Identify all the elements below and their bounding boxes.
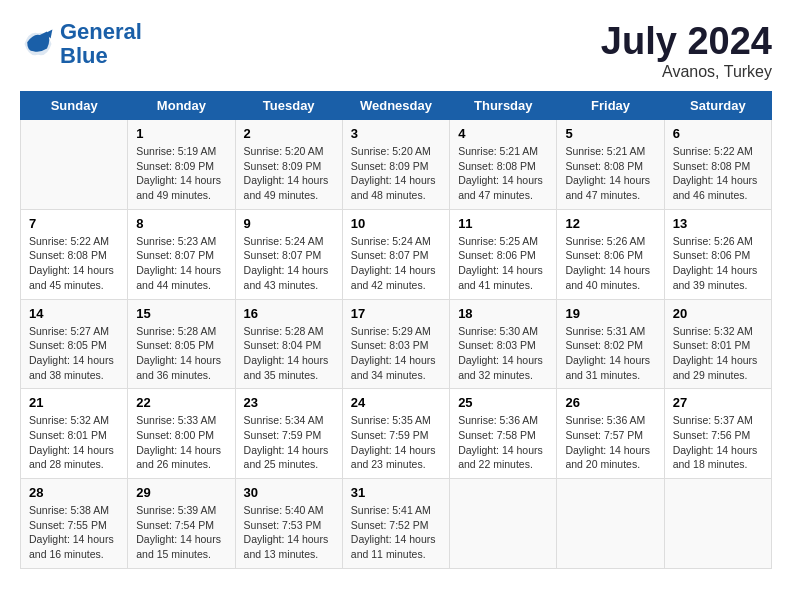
logo-icon	[20, 26, 56, 62]
calendar-cell	[664, 479, 771, 569]
calendar-cell: 7Sunrise: 5:22 AMSunset: 8:08 PMDaylight…	[21, 209, 128, 299]
cell-content: Sunrise: 5:34 AMSunset: 7:59 PMDaylight:…	[244, 413, 334, 472]
cell-content: Sunrise: 5:21 AMSunset: 8:08 PMDaylight:…	[458, 144, 548, 203]
cell-content: Sunrise: 5:22 AMSunset: 8:08 PMDaylight:…	[29, 234, 119, 293]
cell-content: Sunrise: 5:37 AMSunset: 7:56 PMDaylight:…	[673, 413, 763, 472]
cell-content: Sunrise: 5:21 AMSunset: 8:08 PMDaylight:…	[565, 144, 655, 203]
day-number: 28	[29, 485, 119, 500]
calendar-cell: 21Sunrise: 5:32 AMSunset: 8:01 PMDayligh…	[21, 389, 128, 479]
cell-content: Sunrise: 5:32 AMSunset: 8:01 PMDaylight:…	[673, 324, 763, 383]
calendar-cell: 2Sunrise: 5:20 AMSunset: 8:09 PMDaylight…	[235, 120, 342, 210]
day-number: 15	[136, 306, 226, 321]
cell-content: Sunrise: 5:30 AMSunset: 8:03 PMDaylight:…	[458, 324, 548, 383]
calendar-cell	[450, 479, 557, 569]
calendar-cell: 13Sunrise: 5:26 AMSunset: 8:06 PMDayligh…	[664, 209, 771, 299]
day-number: 25	[458, 395, 548, 410]
logo: General Blue	[20, 20, 142, 68]
day-number: 23	[244, 395, 334, 410]
logo-text: General Blue	[60, 20, 142, 68]
cell-content: Sunrise: 5:29 AMSunset: 8:03 PMDaylight:…	[351, 324, 441, 383]
calendar-cell: 1Sunrise: 5:19 AMSunset: 8:09 PMDaylight…	[128, 120, 235, 210]
calendar-cell: 27Sunrise: 5:37 AMSunset: 7:56 PMDayligh…	[664, 389, 771, 479]
cell-content: Sunrise: 5:28 AMSunset: 8:05 PMDaylight:…	[136, 324, 226, 383]
title-block: July 2024 Avanos, Turkey	[601, 20, 772, 81]
calendar-cell: 25Sunrise: 5:36 AMSunset: 7:58 PMDayligh…	[450, 389, 557, 479]
calendar-cell: 16Sunrise: 5:28 AMSunset: 8:04 PMDayligh…	[235, 299, 342, 389]
logo-line1: General	[60, 19, 142, 44]
subtitle: Avanos, Turkey	[601, 63, 772, 81]
calendar-cell: 30Sunrise: 5:40 AMSunset: 7:53 PMDayligh…	[235, 479, 342, 569]
column-header-saturday: Saturday	[664, 92, 771, 120]
day-number: 2	[244, 126, 334, 141]
calendar-cell	[21, 120, 128, 210]
page-header: General Blue July 2024 Avanos, Turkey	[20, 20, 772, 81]
calendar-cell: 29Sunrise: 5:39 AMSunset: 7:54 PMDayligh…	[128, 479, 235, 569]
day-number: 13	[673, 216, 763, 231]
day-number: 24	[351, 395, 441, 410]
calendar-cell	[557, 479, 664, 569]
column-header-tuesday: Tuesday	[235, 92, 342, 120]
week-row-5: 28Sunrise: 5:38 AMSunset: 7:55 PMDayligh…	[21, 479, 772, 569]
calendar-cell: 19Sunrise: 5:31 AMSunset: 8:02 PMDayligh…	[557, 299, 664, 389]
cell-content: Sunrise: 5:23 AMSunset: 8:07 PMDaylight:…	[136, 234, 226, 293]
calendar-cell: 18Sunrise: 5:30 AMSunset: 8:03 PMDayligh…	[450, 299, 557, 389]
cell-content: Sunrise: 5:36 AMSunset: 7:57 PMDaylight:…	[565, 413, 655, 472]
week-row-4: 21Sunrise: 5:32 AMSunset: 8:01 PMDayligh…	[21, 389, 772, 479]
calendar-cell: 6Sunrise: 5:22 AMSunset: 8:08 PMDaylight…	[664, 120, 771, 210]
calendar-cell: 11Sunrise: 5:25 AMSunset: 8:06 PMDayligh…	[450, 209, 557, 299]
day-number: 30	[244, 485, 334, 500]
day-number: 5	[565, 126, 655, 141]
cell-content: Sunrise: 5:28 AMSunset: 8:04 PMDaylight:…	[244, 324, 334, 383]
cell-content: Sunrise: 5:35 AMSunset: 7:59 PMDaylight:…	[351, 413, 441, 472]
header-row: SundayMondayTuesdayWednesdayThursdayFrid…	[21, 92, 772, 120]
day-number: 3	[351, 126, 441, 141]
calendar-cell: 3Sunrise: 5:20 AMSunset: 8:09 PMDaylight…	[342, 120, 449, 210]
cell-content: Sunrise: 5:32 AMSunset: 8:01 PMDaylight:…	[29, 413, 119, 472]
calendar-cell: 9Sunrise: 5:24 AMSunset: 8:07 PMDaylight…	[235, 209, 342, 299]
cell-content: Sunrise: 5:27 AMSunset: 8:05 PMDaylight:…	[29, 324, 119, 383]
day-number: 17	[351, 306, 441, 321]
day-number: 7	[29, 216, 119, 231]
calendar-cell: 20Sunrise: 5:32 AMSunset: 8:01 PMDayligh…	[664, 299, 771, 389]
cell-content: Sunrise: 5:19 AMSunset: 8:09 PMDaylight:…	[136, 144, 226, 203]
day-number: 31	[351, 485, 441, 500]
column-header-sunday: Sunday	[21, 92, 128, 120]
cell-content: Sunrise: 5:36 AMSunset: 7:58 PMDaylight:…	[458, 413, 548, 472]
day-number: 22	[136, 395, 226, 410]
day-number: 1	[136, 126, 226, 141]
calendar-cell: 12Sunrise: 5:26 AMSunset: 8:06 PMDayligh…	[557, 209, 664, 299]
cell-content: Sunrise: 5:40 AMSunset: 7:53 PMDaylight:…	[244, 503, 334, 562]
day-number: 12	[565, 216, 655, 231]
calendar-cell: 23Sunrise: 5:34 AMSunset: 7:59 PMDayligh…	[235, 389, 342, 479]
calendar-cell: 5Sunrise: 5:21 AMSunset: 8:08 PMDaylight…	[557, 120, 664, 210]
column-header-thursday: Thursday	[450, 92, 557, 120]
calendar-cell: 22Sunrise: 5:33 AMSunset: 8:00 PMDayligh…	[128, 389, 235, 479]
calendar-cell: 17Sunrise: 5:29 AMSunset: 8:03 PMDayligh…	[342, 299, 449, 389]
cell-content: Sunrise: 5:26 AMSunset: 8:06 PMDaylight:…	[673, 234, 763, 293]
column-header-monday: Monday	[128, 92, 235, 120]
logo-line2: Blue	[60, 43, 108, 68]
day-number: 11	[458, 216, 548, 231]
cell-content: Sunrise: 5:26 AMSunset: 8:06 PMDaylight:…	[565, 234, 655, 293]
cell-content: Sunrise: 5:20 AMSunset: 8:09 PMDaylight:…	[244, 144, 334, 203]
calendar-cell: 10Sunrise: 5:24 AMSunset: 8:07 PMDayligh…	[342, 209, 449, 299]
calendar-cell: 28Sunrise: 5:38 AMSunset: 7:55 PMDayligh…	[21, 479, 128, 569]
day-number: 8	[136, 216, 226, 231]
day-number: 27	[673, 395, 763, 410]
cell-content: Sunrise: 5:25 AMSunset: 8:06 PMDaylight:…	[458, 234, 548, 293]
week-row-1: 1Sunrise: 5:19 AMSunset: 8:09 PMDaylight…	[21, 120, 772, 210]
week-row-3: 14Sunrise: 5:27 AMSunset: 8:05 PMDayligh…	[21, 299, 772, 389]
day-number: 21	[29, 395, 119, 410]
week-row-2: 7Sunrise: 5:22 AMSunset: 8:08 PMDaylight…	[21, 209, 772, 299]
calendar-cell: 8Sunrise: 5:23 AMSunset: 8:07 PMDaylight…	[128, 209, 235, 299]
cell-content: Sunrise: 5:20 AMSunset: 8:09 PMDaylight:…	[351, 144, 441, 203]
day-number: 18	[458, 306, 548, 321]
column-header-wednesday: Wednesday	[342, 92, 449, 120]
day-number: 20	[673, 306, 763, 321]
day-number: 14	[29, 306, 119, 321]
cell-content: Sunrise: 5:22 AMSunset: 8:08 PMDaylight:…	[673, 144, 763, 203]
calendar-cell: 15Sunrise: 5:28 AMSunset: 8:05 PMDayligh…	[128, 299, 235, 389]
cell-content: Sunrise: 5:33 AMSunset: 8:00 PMDaylight:…	[136, 413, 226, 472]
cell-content: Sunrise: 5:24 AMSunset: 8:07 PMDaylight:…	[244, 234, 334, 293]
calendar-cell: 14Sunrise: 5:27 AMSunset: 8:05 PMDayligh…	[21, 299, 128, 389]
